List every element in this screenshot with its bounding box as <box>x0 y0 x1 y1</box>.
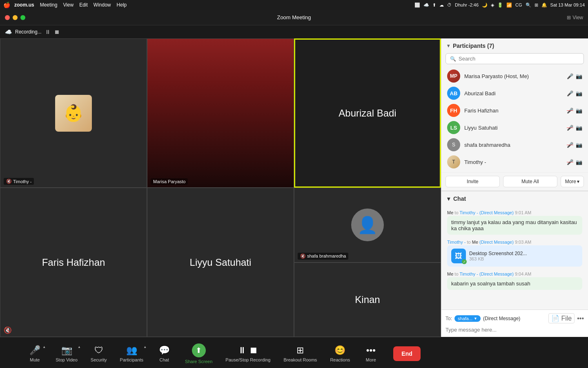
menubar-dnd: 🌙 <box>482 2 488 8</box>
menu-app[interactable]: zoom.us <box>14 2 34 8</box>
menubar-timer: ⏱ <box>447 2 452 7</box>
video-cell-liyyu: Liyyu Satuhati <box>147 188 294 337</box>
chat-to-row: To: shafa... ▼ (Direct Message) 📄 File •… <box>445 313 584 323</box>
faris-name-text: Faris Hafizhan <box>42 257 105 268</box>
participant-item-aburizal: AB Aburizal Badi 🎤 📷 <box>441 85 588 102</box>
marisa-name-overlay: Marisa Paryasto <box>151 178 188 185</box>
toolbar-reactions[interactable]: 😊 Reactions <box>323 342 356 366</box>
chat-more-button[interactable]: ••• <box>577 315 584 322</box>
participants-actions: Invite Mute All More ▾ <box>441 172 588 191</box>
participants-section: ▾ Participants (7) 🔍 MP Marisa Paryasto … <box>441 38 588 191</box>
toolbar-chat[interactable]: 💬 Chat <box>150 342 178 366</box>
close-button[interactable] <box>5 15 10 20</box>
video-cell-aburizal: Aburizal Badi <box>294 38 441 188</box>
end-button[interactable]: End <box>393 346 420 361</box>
toolbar-stop-video[interactable]: 📷 Stop Video ▲ <box>49 342 84 366</box>
chat-file-button[interactable]: 📄 File <box>548 313 575 323</box>
file-info: Desktop Screenshot 202... 363 KB <box>469 251 527 261</box>
menubar-notify[interactable]: 🔔 <box>541 2 547 8</box>
menubar-icloud-icon: ☁ <box>439 2 444 8</box>
reactions-icon: 😊 <box>334 345 345 356</box>
liyyu-avatar: LS <box>447 121 460 134</box>
menu-help[interactable]: Help <box>117 2 127 8</box>
main-layout: 👶 🔇 Timothy - Marisa Paryasto Aburizal B… <box>0 38 588 337</box>
share-screen-label: Share Screen <box>185 359 212 364</box>
shafa-video-icon-panel: 📷 <box>576 142 582 148</box>
chat-recipient-badge[interactable]: shafa... ▼ <box>454 315 481 322</box>
chat-header[interactable]: ▾ Chat <box>441 191 588 206</box>
more-button[interactable]: More ▾ <box>561 176 584 187</box>
toolbar-pause-recording[interactable]: ⏸ ⏹ Pause/Stop Recording <box>219 342 277 366</box>
chat-file-bubble: 🖼 ✓ Desktop Screenshot 202... 363 KB <box>447 245 582 267</box>
file-size: 363 KB <box>469 256 527 261</box>
minimize-button[interactable] <box>13 15 18 20</box>
menubar-search[interactable]: 🔍 <box>526 2 531 8</box>
file-icon-wrapper: 🖼 ✓ <box>451 249 466 263</box>
toolbar-mute[interactable]: 🎤 Mute ▲ <box>20 342 49 366</box>
chat-bubble-1: timmy lanjut ya kalau ada yang mau ditan… <box>447 216 582 235</box>
menu-window[interactable]: Window <box>94 2 111 8</box>
recording-bar-area: ☁️ Recording... ⏸ ⏹ <box>0 25 441 38</box>
menu-edit[interactable]: Edit <box>79 2 88 8</box>
faris-mic-icon: 🎤 <box>567 108 573 114</box>
chat-message-1: Me to Timothy - (Direct Message) 9:01 AM… <box>447 210 582 235</box>
pause-recording-icon[interactable]: ⏸ <box>45 29 51 35</box>
video-cell-marisa: Marisa Paryasto <box>147 38 294 188</box>
chat-message-2: Timothy - to Me (Direct Message) 9:03 AM… <box>447 240 582 267</box>
shafa-participant-name: shafa brahmaredha <box>464 142 563 148</box>
marisa-icons: 🎤 📷 <box>567 73 582 79</box>
file-check-icon: ✓ <box>462 259 467 264</box>
more-chevron-icon: ▾ <box>577 179 579 184</box>
recording-label: Recording... <box>15 29 42 35</box>
timothy-participant-name: Timothy - <box>464 159 563 165</box>
stop-video-caret-icon: ▲ <box>78 345 81 349</box>
marisa-video-icon: 📷 <box>576 73 582 79</box>
stop-video-icon: 📷 <box>61 345 72 356</box>
menubar-bluetooth: ◈ <box>491 2 494 8</box>
security-label: Security <box>91 357 107 362</box>
fullscreen-button[interactable] <box>20 15 25 20</box>
video-cell-shafa: 👤 🔇 shafa brahmaredha <box>294 188 441 263</box>
participants-chevron: ▾ <box>447 43 450 49</box>
apple-menu[interactable]: 🍎 <box>3 2 10 8</box>
toolbar-participants[interactable]: 👥 Participants ▲ <box>114 342 150 366</box>
timothy-name-label: Timothy - <box>13 179 31 184</box>
marisa-bg <box>147 39 294 187</box>
liyyu-icons: 🎤 📷 <box>567 125 582 131</box>
faris-avatar: FH <box>447 104 460 117</box>
toolbar-share-screen[interactable]: ⬆ Share Screen <box>178 340 219 367</box>
menubar-controlcenter[interactable]: ⊞ <box>535 2 538 8</box>
timothy-photo: 👶 <box>55 95 92 132</box>
shafa-muted-icon2: 🔇 <box>300 254 306 259</box>
participants-label: Participants <box>120 357 143 362</box>
participants-header[interactable]: ▾ Participants (7) <box>441 38 588 53</box>
menu-meeting[interactable]: Meeting <box>40 2 58 8</box>
liyyu-participant-name: Liyyu Satuhati <box>464 125 563 131</box>
mute-all-button[interactable]: Mute All <box>503 176 557 187</box>
right-column: 👤 🔇 shafa brahmaredha Kinan <box>294 188 441 337</box>
liyyu-mic-icon: 🎤 <box>567 125 573 131</box>
participant-item-faris: FH Faris Hafizhan 🎤 📷 <box>441 102 588 119</box>
invite-button[interactable]: Invite <box>445 176 500 187</box>
toolbar: 🎤 Mute ▲ 📷 Stop Video ▲ 🛡 Security 👥 Par… <box>0 337 441 368</box>
msg1-dm: (Direct Message) <box>479 210 514 215</box>
stop-recording-icon[interactable]: ⏹ <box>54 29 60 35</box>
menubar: 🍎 zoom.us Meeting View Edit Window Help … <box>0 0 588 10</box>
msg2-time: 9:03 AM <box>515 240 531 245</box>
menu-view[interactable]: View <box>63 2 74 8</box>
shafa-avatar-small: S <box>447 138 460 151</box>
toolbar-breakout-rooms[interactable]: ⊞ Breakout Rooms <box>277 342 323 366</box>
chat-input-area: To: shafa... ▼ (Direct Message) 📄 File •… <box>441 310 588 337</box>
toolbar-security[interactable]: 🛡 Security <box>84 342 114 366</box>
marisa-participant-name: Marisa Paryasto (Host, Me) <box>464 73 563 79</box>
chat-message-input[interactable] <box>445 326 584 334</box>
chat-icon: 💬 <box>159 345 170 356</box>
shafa-name-label: shafa brahmaredha <box>307 254 346 258</box>
toolbar-more[interactable]: ••• More <box>356 342 385 366</box>
shafa-icons: 🎤 📷 <box>567 142 582 148</box>
search-input[interactable] <box>459 56 579 62</box>
video-grid: 👶 🔇 Timothy - Marisa Paryasto Aburizal B… <box>0 38 441 337</box>
share-screen-icon-wrapper: ⬆ <box>192 343 206 357</box>
pause-stop-icon: ⏸ ⏹ <box>238 345 258 356</box>
view-button[interactable]: ⊞ View <box>567 15 583 20</box>
